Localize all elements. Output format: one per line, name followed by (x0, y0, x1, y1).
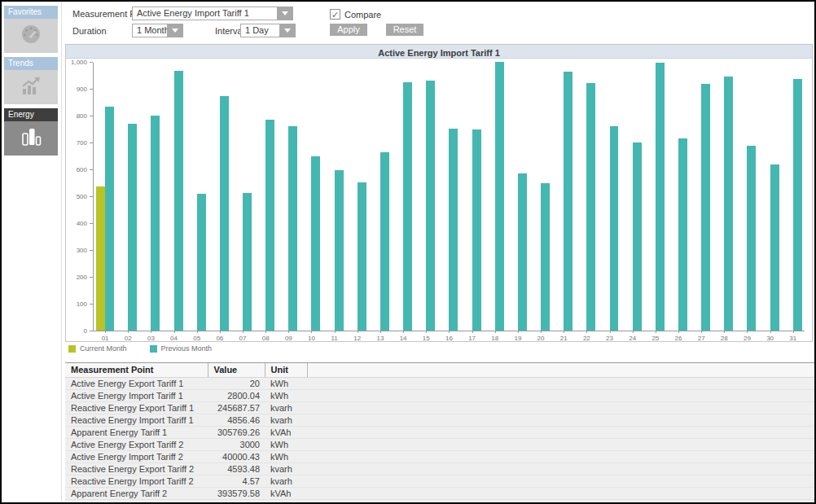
previous-month-bar[interactable] (243, 193, 252, 331)
x-axis-tick-label: 30 (759, 335, 782, 342)
trends-panel[interactable] (4, 70, 58, 104)
x-axis-tick-mark (564, 331, 564, 333)
previous-month-bar[interactable] (541, 183, 550, 331)
legend-item-previous-month: Previous Month (150, 344, 213, 353)
x-axis-tick-mark (770, 331, 771, 333)
previous-month-bar[interactable] (220, 96, 229, 331)
previous-month-bar[interactable] (610, 126, 619, 331)
previous-month-bar[interactable] (426, 81, 435, 331)
table-row[interactable]: Reactive Energy Export Tariff 1245687.57… (65, 401, 814, 414)
previous-month-bar[interactable] (197, 194, 206, 331)
x-axis-tick-label: 31 (782, 335, 805, 342)
sidebar-item-favorites[interactable]: Favorites (4, 6, 58, 53)
cell-value: 3000 (208, 438, 265, 450)
duration-label: Duration (72, 26, 107, 36)
measurement-point-dropdown[interactable]: Active Energy Import Tariff 1 (132, 7, 293, 20)
cell-unit: kVAh (265, 487, 307, 499)
previous-month-bar[interactable] (793, 79, 802, 331)
previous-month-bar[interactable] (472, 129, 481, 331)
cell-filler (307, 389, 814, 401)
cell-filler (307, 377, 814, 389)
previous-month-bar[interactable] (449, 129, 458, 331)
previous-month-bar[interactable] (656, 63, 665, 331)
duration-dropdown[interactable]: 1 Month (132, 24, 183, 37)
x-axis-tick-mark (174, 331, 175, 333)
y-axis-tick-label: 300 (77, 247, 87, 254)
column-header-value[interactable]: Value (208, 363, 265, 377)
cell-unit: kvarh (265, 401, 307, 414)
y-axis-tick-label: 500 (77, 193, 87, 200)
y-axis-tick-label: 400 (77, 220, 87, 227)
previous-month-bar[interactable] (564, 72, 573, 331)
previous-month-bar[interactable] (747, 146, 756, 331)
previous-month-bar[interactable] (701, 84, 710, 331)
favorites-panel[interactable] (4, 19, 58, 53)
bar-group-day-18: 18 (484, 63, 507, 331)
previous-month-bar[interactable] (380, 152, 389, 331)
x-axis-tick-label: 04 (162, 335, 185, 342)
table-row[interactable]: Active Energy Export Tariff 23000kWh (65, 438, 814, 450)
x-axis-tick-label: 21 (552, 335, 575, 342)
previous-month-bar[interactable] (633, 142, 642, 331)
x-axis-tick-mark (518, 331, 519, 333)
compare-checkbox[interactable]: ✓ (330, 9, 340, 20)
x-axis-tick-label: 28 (713, 335, 735, 342)
column-header-measurement-point[interactable]: Measurement Point (65, 363, 208, 377)
energy-panel[interactable] (4, 121, 58, 156)
cell-measurement-point: Reactive Energy Export Tariff 1 (65, 401, 208, 414)
cell-unit: kWh (265, 438, 307, 450)
x-axis-tick-label: 05 (186, 335, 208, 342)
x-axis-tick-label: 27 (690, 335, 713, 342)
previous-month-bar[interactable] (311, 156, 320, 331)
previous-month-bar[interactable] (358, 182, 366, 331)
current-month-bar[interactable] (96, 186, 105, 331)
previous-month-bar[interactable] (174, 71, 183, 331)
column-header-unit[interactable]: Unit (265, 363, 307, 377)
bar-group-day-17: 17 (461, 63, 484, 331)
sidebar-item-energy[interactable]: Energy (4, 108, 58, 156)
chevron-down-icon[interactable] (167, 24, 183, 37)
legend-label: Previous Month (161, 344, 213, 353)
cell-unit: kvarh (265, 462, 307, 475)
y-axis-tick-label: 200 (77, 274, 87, 281)
table-row[interactable]: Reactive Energy Import Tariff 14856.46kv… (65, 414, 814, 426)
apply-button[interactable]: Apply (330, 24, 367, 36)
previous-month-bar[interactable] (724, 77, 733, 331)
previous-month-bar[interactable] (678, 138, 687, 331)
table-row[interactable]: Apparent Energy Tariff 1305769.26kVAh (65, 426, 814, 438)
previous-month-bar[interactable] (770, 164, 779, 331)
x-axis-tick-mark (265, 331, 266, 333)
previous-month-bar[interactable] (128, 124, 137, 331)
bar-group-day-13: 13 (369, 63, 392, 331)
table-row[interactable]: Apparent Energy Tariff 2393579.58kVAh (65, 487, 814, 499)
chevron-down-icon[interactable] (279, 24, 296, 37)
previous-month-bar[interactable] (335, 170, 344, 331)
chevron-down-icon[interactable] (277, 7, 293, 20)
table-row[interactable]: Active Energy Import Tariff 12800.04kWh (65, 389, 814, 401)
column-header-filler (307, 363, 814, 377)
table-row[interactable]: Active Energy Export Tariff 120kWh (65, 377, 814, 389)
x-axis-tick-label: 03 (139, 335, 162, 342)
x-axis-tick-mark (633, 331, 634, 333)
table-row[interactable]: Reactive Energy Import Tariff 24.57kvarh (65, 475, 814, 487)
previous-month-bar[interactable] (105, 107, 114, 331)
x-axis-tick-mark (541, 331, 542, 333)
reset-button[interactable]: Reset (386, 24, 423, 36)
sidebar-item-trends[interactable]: Trends (4, 57, 58, 104)
cell-value: 4.57 (208, 475, 265, 487)
previous-month-bar[interactable] (151, 116, 160, 331)
current-month-swatch (68, 345, 76, 353)
previous-month-bar[interactable] (518, 173, 527, 331)
x-axis-tick-mark (724, 331, 725, 333)
x-axis-tick-mark (495, 331, 496, 333)
y-axis-tick-label: 600 (77, 166, 87, 173)
x-axis-tick-mark (151, 331, 151, 333)
previous-month-bar[interactable] (403, 82, 412, 331)
table-row[interactable]: Reactive Energy Export Tariff 24593.48kv… (65, 462, 814, 475)
previous-month-bar[interactable] (288, 126, 297, 331)
previous-month-bar[interactable] (586, 83, 595, 331)
table-row[interactable]: Active Energy Import Tariff 240000.43kWh (65, 450, 814, 462)
previous-month-bar[interactable] (495, 62, 504, 331)
previous-month-bar[interactable] (265, 120, 274, 331)
interval-dropdown[interactable]: 1 Day (240, 24, 296, 37)
